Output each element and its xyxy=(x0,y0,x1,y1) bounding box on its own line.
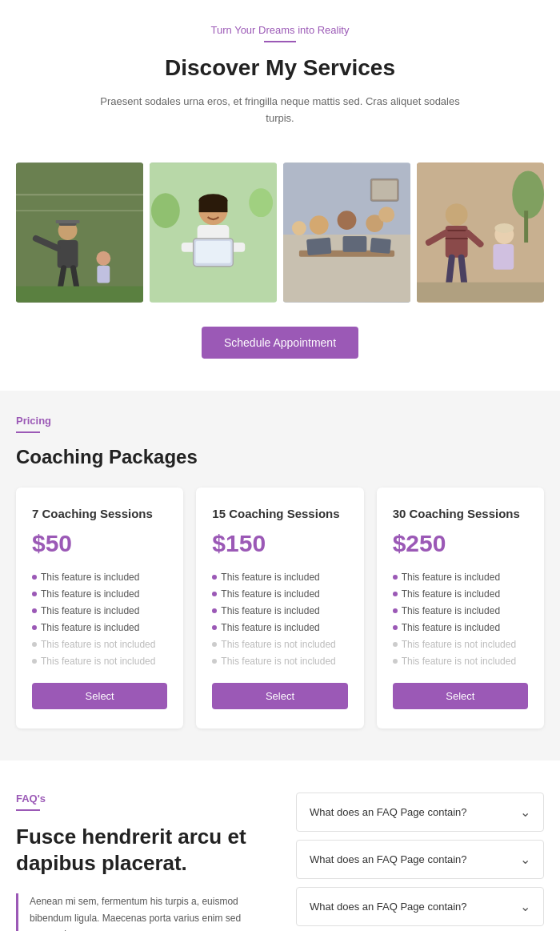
package-2-name: 15 Coaching Sessions xyxy=(212,507,347,520)
pricing-title: Coaching Packages xyxy=(16,446,544,468)
svg-rect-11 xyxy=(97,265,110,283)
svg-point-15 xyxy=(249,188,273,217)
package-2-price: $150 xyxy=(212,530,347,557)
pricing-underline xyxy=(16,431,40,433)
section-description: Praesent sodales urna eros, et fringilla… xyxy=(96,94,464,127)
svg-rect-23 xyxy=(196,241,231,263)
svg-rect-51 xyxy=(417,282,544,302)
package-1-features: This feature is included This feature is… xyxy=(32,572,167,667)
bullet-icon xyxy=(393,575,398,580)
package-card-3: 30 Coaching Sessions $250 This feature i… xyxy=(377,488,544,728)
faq-question-3: What does an FAQ Page contain? xyxy=(310,901,467,913)
faq-section: FAQ's Fusce hendrerit arcu et dapibus pl… xyxy=(0,760,560,931)
feature-item: This feature is included xyxy=(212,572,347,583)
package-1-price: $50 xyxy=(32,530,167,557)
chevron-down-icon: ⌄ xyxy=(520,852,530,867)
package-card-1: 7 Coaching Sessions $50 This feature is … xyxy=(16,488,183,728)
feature-item-disabled: This feature is not included xyxy=(212,656,347,667)
svg-point-30 xyxy=(310,215,329,235)
bullet-icon xyxy=(32,575,37,580)
schedule-button-wrapper: Schedule Appointment xyxy=(0,327,560,359)
service-image-4 xyxy=(417,163,544,303)
bullet-icon xyxy=(32,642,37,647)
faq-question-2: What does an FAQ Page contain? xyxy=(310,853,467,865)
schedule-appointment-button[interactable]: Schedule Appointment xyxy=(202,327,358,359)
tagline: Turn Your Dreams into Reality xyxy=(16,24,544,36)
svg-point-14 xyxy=(151,193,180,228)
svg-point-34 xyxy=(292,221,306,235)
faq-left-column: FAQ's Fusce hendrerit arcu et dapibus pl… xyxy=(16,793,264,931)
svg-rect-0 xyxy=(16,163,143,302)
svg-rect-27 xyxy=(306,237,331,255)
bullet-icon xyxy=(212,642,217,647)
bullet-icon xyxy=(393,642,398,647)
bullet-icon xyxy=(212,575,217,580)
bullet-icon xyxy=(393,659,398,664)
svg-line-8 xyxy=(61,267,64,286)
tagline-underline xyxy=(264,41,296,42)
svg-rect-6 xyxy=(58,240,78,268)
svg-rect-49 xyxy=(493,244,514,270)
faq-item-3[interactable]: What does an FAQ Page contain? ⌄ xyxy=(296,887,544,926)
hero-section: Turn Your Dreams into Reality Discover M… xyxy=(0,0,560,163)
svg-point-40 xyxy=(446,203,468,226)
chevron-down-icon: ⌄ xyxy=(520,899,530,914)
svg-rect-39 xyxy=(524,211,528,243)
package-3-name: 30 Coaching Sessions xyxy=(393,507,528,520)
feature-item: This feature is included xyxy=(32,605,167,616)
bullet-icon xyxy=(212,659,217,664)
feature-item: This feature is included xyxy=(212,605,347,616)
faq-right-column: What does an FAQ Page contain? ⌄ What do… xyxy=(296,793,544,931)
svg-rect-12 xyxy=(16,286,143,302)
svg-rect-29 xyxy=(370,238,391,254)
feature-item: This feature is included xyxy=(393,572,528,583)
package-1-name: 7 Coaching Sessions xyxy=(32,507,167,520)
package-2-select-button[interactable]: Select xyxy=(212,683,347,709)
bullet-icon xyxy=(393,625,398,630)
feature-item: This feature is included xyxy=(212,622,347,633)
faq-item-1[interactable]: What does an FAQ Page contain? ⌄ xyxy=(296,793,544,832)
package-3-select-button[interactable]: Select xyxy=(393,683,528,709)
bullet-icon xyxy=(393,608,398,613)
faq-label: FAQ's xyxy=(16,793,264,805)
services-images xyxy=(0,163,560,303)
svg-point-50 xyxy=(494,223,514,233)
package-3-features: This feature is included This feature is… xyxy=(393,572,528,667)
packages-grid: 7 Coaching Sessions $50 This feature is … xyxy=(16,488,544,728)
svg-rect-5 xyxy=(56,220,80,223)
pricing-section: Pricing Coaching Packages 7 Coaching Ses… xyxy=(0,391,560,760)
faq-underline xyxy=(16,809,40,811)
feature-item: This feature is included xyxy=(32,572,167,583)
svg-point-10 xyxy=(96,251,110,265)
feature-item-disabled: This feature is not included xyxy=(393,639,528,650)
svg-point-31 xyxy=(338,211,357,230)
chevron-down-icon: ⌄ xyxy=(520,805,530,820)
package-2-features: This feature is included This feature is… xyxy=(212,572,347,667)
package-3-price: $250 xyxy=(393,530,528,557)
bullet-icon xyxy=(212,608,217,613)
section-title: Discover My Services xyxy=(16,55,544,81)
feature-item: This feature is included xyxy=(393,588,528,600)
service-image-3 xyxy=(283,163,410,303)
service-image-2 xyxy=(150,163,277,303)
feature-item-disabled: This feature is not included xyxy=(32,639,167,650)
svg-line-47 xyxy=(462,257,465,286)
service-image-1 xyxy=(16,163,143,303)
faq-item-2[interactable]: What does an FAQ Page contain? ⌄ xyxy=(296,840,544,879)
package-card-2: 15 Coaching Sessions $150 This feature i… xyxy=(196,488,363,728)
svg-rect-28 xyxy=(343,236,367,252)
package-1-select-button[interactable]: Select xyxy=(32,683,167,709)
feature-item: This feature is included xyxy=(393,622,528,633)
svg-rect-18 xyxy=(199,200,228,212)
bullet-icon xyxy=(32,659,37,664)
feature-item-disabled: This feature is not included xyxy=(212,639,347,650)
faq-title: Fusce hendrerit arcu et dapibus placerat… xyxy=(16,824,264,878)
feature-item: This feature is included xyxy=(212,588,347,600)
pricing-label: Pricing xyxy=(16,415,544,427)
bullet-icon xyxy=(212,592,217,596)
svg-point-33 xyxy=(378,207,394,223)
bullet-icon xyxy=(212,625,217,630)
bullet-icon xyxy=(393,592,398,596)
feature-item: This feature is included xyxy=(32,622,167,633)
feature-item: This feature is included xyxy=(393,605,528,616)
